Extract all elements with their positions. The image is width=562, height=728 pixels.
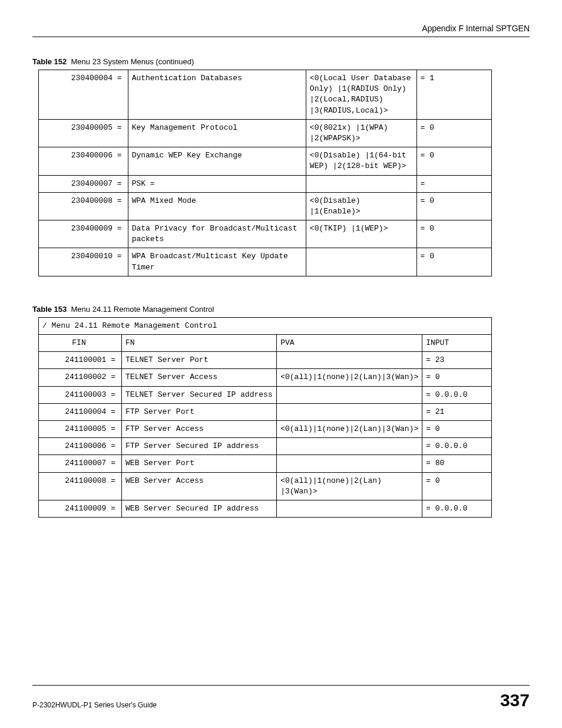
cell-fn: Key Management Protocol: [128, 119, 306, 147]
cell-pva: [306, 248, 416, 276]
table-row: 241100003 = TELNET Server Secured IP add…: [39, 386, 492, 403]
cell-fin: 230400009 =: [39, 220, 128, 248]
table-row: 241100002 = TELNET Server Access <0(all)…: [39, 369, 492, 386]
cell-input: = 0: [422, 420, 492, 437]
cell-pva: <0(Disable) |1(64-bit WEP) |2(128-bit WE…: [306, 147, 416, 175]
table153-caption: Table 153 Menu 24.11 Remote Management C…: [32, 305, 530, 314]
cell-pva: [277, 386, 422, 403]
cell-fin: 241100004 =: [39, 403, 122, 420]
cell-pva: [306, 175, 416, 192]
cell-fn: Data Privacy for Broadcast/Multicast pac…: [128, 220, 306, 248]
cell-input: = 0: [416, 119, 491, 147]
cell-pva: [277, 438, 422, 455]
cell-fin: 230400004 =: [39, 70, 128, 120]
cell-pva: <0(8021x) |1(WPA) |2(WPAPSK)>: [306, 119, 416, 147]
cell-fn: FTP Server Access: [122, 420, 277, 437]
cell-fn: Authentication Databases: [128, 70, 306, 120]
cell-input: = 0: [416, 248, 491, 276]
cell-input: = 0: [416, 147, 491, 175]
cell-input: = 0: [416, 220, 491, 248]
cell-input: = 0.0.0.0: [422, 438, 492, 455]
table-row: 241100008 = WEB Server Access <0(all)|1(…: [39, 472, 492, 500]
table-row: 230400010 = WPA Broadcast/Multicast Key …: [39, 248, 492, 276]
table-row: 241100009 = WEB Server Secured IP addres…: [39, 500, 492, 517]
cell-fin: 230400008 =: [39, 192, 128, 220]
cell-input: = 80: [422, 455, 492, 472]
cell-fn: WEB Server Secured IP address: [122, 500, 277, 517]
cell-pva: <0(Disable) |1(Enable)>: [306, 192, 416, 220]
cell-fin: 230400006 =: [39, 147, 128, 175]
cell-fn: WPA Mixed Mode: [128, 192, 306, 220]
table-header-row: FIN FN PVA INPUT: [39, 335, 492, 352]
header-pva: PVA: [277, 335, 422, 352]
table152: 230400004 = Authentication Databases <0(…: [38, 70, 492, 276]
table-row: 230400004 = Authentication Databases <0(…: [39, 70, 492, 120]
page: Appendix F Internal SPTGEN Table 152 Men…: [0, 0, 562, 728]
table-title-row: / Menu 24.11 Remote Management Control: [39, 317, 492, 334]
table153-caption-text: Menu 24.11 Remote Management Control: [71, 305, 214, 314]
cell-fn: TELNET Server Port: [122, 352, 277, 369]
cell-fin: 241100005 =: [39, 420, 122, 437]
cell-input: = 1: [416, 70, 491, 120]
table-row: 241100007 = WEB Server Port = 80: [39, 455, 492, 472]
table153: / Menu 24.11 Remote Management Control F…: [38, 317, 492, 518]
table-row: 241100004 = FTP Server Port = 21: [39, 403, 492, 420]
cell-fin: 241100001 =: [39, 352, 122, 369]
cell-fin: 241100006 =: [39, 438, 122, 455]
table-row: 230400007 = PSK = =: [39, 175, 492, 192]
cell-input: = 0.0.0.0: [422, 500, 492, 517]
table-row: 230400005 = Key Management Protocol <0(8…: [39, 119, 492, 147]
cell-fin: 241100007 =: [39, 455, 122, 472]
cell-fin: 230400010 =: [39, 248, 128, 276]
cell-fin: 241100009 =: [39, 500, 122, 517]
cell-fn: FTP Server Port: [122, 403, 277, 420]
cell-input: = 0: [422, 369, 492, 386]
table-row: 230400009 = Data Privacy for Broadcast/M…: [39, 220, 492, 248]
cell-input: = 0: [422, 472, 492, 500]
cell-pva: [277, 352, 422, 369]
table153-caption-prefix: Table 153: [32, 305, 67, 314]
cell-pva: <0(TKIP) |1(WEP)>: [306, 220, 416, 248]
cell-fn: TELNET Server Secured IP address: [122, 386, 277, 403]
cell-fn: WEB Server Access: [122, 472, 277, 500]
cell-pva: [277, 403, 422, 420]
footer-page-number: 337: [500, 690, 530, 710]
table-row: 230400006 = Dynamic WEP Key Exchange <0(…: [39, 147, 492, 175]
cell-fin: 230400007 =: [39, 175, 128, 192]
cell-input: = 23: [422, 352, 492, 369]
cell-fin: 241100002 =: [39, 369, 122, 386]
table-row: 230400008 = WPA Mixed Mode <0(Disable) |…: [39, 192, 492, 220]
header-input: INPUT: [422, 335, 492, 352]
table-row: 241100001 = TELNET Server Port = 23: [39, 352, 492, 369]
cell-pva: [277, 455, 422, 472]
cell-fn: WPA Broadcast/Multicast Key Update Timer: [128, 248, 306, 276]
cell-fn: PSK =: [128, 175, 306, 192]
cell-pva: <0(all)|1(none)|2(Lan)|3(Wan)>: [277, 420, 422, 437]
table152-caption-prefix: Table 152: [32, 57, 67, 66]
table152-caption: Table 152 Menu 23 System Menus (continue…: [32, 57, 530, 66]
cell-input: =: [416, 175, 491, 192]
cell-fin: 230400005 =: [39, 119, 128, 147]
footer: P-2302HWUDL-P1 Series User's Guide 337: [32, 685, 530, 710]
cell-fn: Dynamic WEP Key Exchange: [128, 147, 306, 175]
cell-fn: FTP Server Secured IP address: [122, 438, 277, 455]
cell-input: = 21: [422, 403, 492, 420]
table-row: 241100005 = FTP Server Access <0(all)|1(…: [39, 420, 492, 437]
cell-pva: <0(all)|1(none)|2(Lan) |3(Wan)>: [277, 472, 422, 500]
cell-input: = 0: [416, 192, 491, 220]
table-row: 241100006 = FTP Server Secured IP addres…: [39, 438, 492, 455]
header-fn: FN: [122, 335, 277, 352]
table152-caption-text: Menu 23 System Menus (continued): [71, 57, 194, 66]
table153-title: / Menu 24.11 Remote Management Control: [39, 317, 492, 334]
cell-input: = 0.0.0.0: [422, 386, 492, 403]
cell-pva: [277, 500, 422, 517]
cell-fin: 241100003 =: [39, 386, 122, 403]
cell-fin: 241100008 =: [39, 472, 122, 500]
header-fin: FIN: [39, 335, 122, 352]
cell-pva: <0(Local User Database Only) |1(RADIUS O…: [306, 70, 416, 120]
cell-fn: WEB Server Port: [122, 455, 277, 472]
cell-fn: TELNET Server Access: [122, 369, 277, 386]
footer-guide: P-2302HWUDL-P1 Series User's Guide: [32, 690, 157, 709]
cell-pva: <0(all)|1(none)|2(Lan)|3(Wan)>: [277, 369, 422, 386]
header-appendix: Appendix F Internal SPTGEN: [32, 24, 530, 37]
